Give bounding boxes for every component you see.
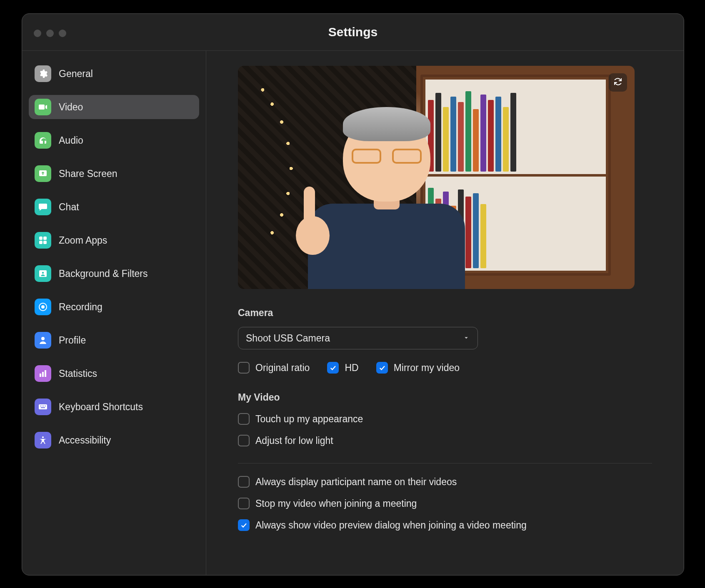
checkbox-box — [238, 435, 250, 446]
sidebar-item-audio[interactable]: Audio — [29, 128, 199, 152]
sidebar-item-label: Chat — [59, 202, 79, 213]
section-title-myvideo: My Video — [238, 392, 652, 403]
sidebar-item-accessibility[interactable]: Accessibility — [29, 428, 199, 452]
checkbox-box — [238, 476, 250, 488]
sidebar-item-profile[interactable]: Profile — [29, 328, 199, 352]
checkbox-box — [238, 362, 250, 374]
settings-content: Camera Shoot USB Camera Original ratioHD… — [206, 51, 684, 575]
svg-rect-15 — [42, 406, 42, 406]
checkbox-label: Mirror my video — [394, 362, 460, 374]
sidebar-item-label: Audio — [59, 135, 83, 146]
sidebar-item-background-filters[interactable]: Background & Filters — [29, 262, 199, 286]
checkbox-box — [238, 519, 250, 531]
window-minimize-button[interactable] — [46, 30, 54, 37]
camera-select[interactable]: Shoot USB Camera — [238, 327, 478, 349]
checkbox-box — [376, 362, 388, 374]
svg-rect-1 — [39, 237, 42, 240]
svg-rect-10 — [40, 374, 41, 377]
svg-rect-2 — [43, 237, 47, 240]
sidebar-item-label: Zoom Apps — [59, 235, 107, 246]
myvideo-low_light-checkbox[interactable]: Adjust for low light — [238, 435, 652, 446]
svg-rect-14 — [40, 406, 41, 406]
myvideo-touch_up-checkbox[interactable]: Touch up my appearance — [238, 413, 652, 425]
svg-point-8 — [41, 305, 45, 309]
profile-icon — [35, 332, 51, 349]
chat-icon — [35, 199, 51, 215]
meeting-display_names-checkbox[interactable]: Always display participant name on their… — [238, 476, 652, 488]
camera-original_ratio-checkbox[interactable]: Original ratio — [238, 362, 310, 374]
camera-mirror-checkbox[interactable]: Mirror my video — [376, 362, 460, 374]
headphones-icon — [35, 132, 51, 149]
svg-point-6 — [42, 272, 44, 274]
video-preview — [238, 66, 635, 289]
checkbox-label: Adjust for low light — [255, 435, 333, 446]
window-title: Settings — [328, 25, 378, 39]
checkbox-label: Stop my video when joining a meeting — [255, 498, 417, 509]
sidebar-item-label: Share Screen — [59, 168, 118, 179]
preview-subject — [278, 99, 496, 289]
camera-select-value: Shoot USB Camera — [246, 333, 330, 344]
sidebar-item-statistics[interactable]: Statistics — [29, 361, 199, 386]
checkbox-label: Always display participant name on their… — [255, 476, 457, 488]
accessibility-icon — [35, 432, 51, 448]
sidebar-item-label: Profile — [59, 335, 86, 346]
myvideo-options: Touch up my appearanceAdjust for low lig… — [238, 413, 652, 446]
gear-icon — [35, 65, 51, 82]
checkbox-box — [327, 362, 339, 374]
sidebar-item-label: Statistics — [59, 368, 97, 379]
sidebar-item-label: Accessibility — [59, 435, 111, 446]
sidebar-item-zoom-apps[interactable]: Zoom Apps — [29, 228, 199, 252]
svg-point-9 — [41, 337, 45, 340]
keyboard-icon — [35, 399, 51, 415]
settings-window: Settings GeneralVideoAudioShare ScreenCh… — [22, 13, 684, 576]
share-screen-icon — [35, 165, 51, 182]
sidebar-item-general[interactable]: General — [29, 62, 199, 86]
camera-options-row: Original ratioHDMirror my video — [238, 362, 652, 374]
rotate-camera-button[interactable] — [609, 73, 627, 92]
checkbox-box — [238, 413, 250, 425]
svg-rect-12 — [45, 370, 46, 377]
checkbox-label: Touch up my appearance — [255, 414, 363, 425]
window-traffic-lights — [34, 30, 66, 37]
record-icon — [35, 299, 51, 315]
svg-rect-18 — [41, 407, 45, 408]
sidebar-item-label: Video — [59, 102, 83, 113]
svg-rect-13 — [39, 404, 47, 409]
sidebar-item-keyboard-shortcuts[interactable]: Keyboard Shortcuts — [29, 395, 199, 419]
meeting-preview_dialog-checkbox[interactable]: Always show video preview dialog when jo… — [238, 519, 652, 531]
person-box-icon — [35, 265, 51, 282]
svg-point-19 — [42, 436, 44, 438]
meeting-options: Always display participant name on their… — [238, 476, 652, 531]
divider — [238, 463, 652, 463]
svg-rect-16 — [43, 406, 44, 406]
settings-sidebar: GeneralVideoAudioShare ScreenChatZoom Ap… — [22, 51, 206, 575]
svg-rect-17 — [45, 406, 46, 406]
checkbox-label: HD — [345, 362, 358, 374]
sidebar-item-label: General — [59, 68, 93, 80]
section-title-camera: Camera — [238, 307, 652, 319]
sidebar-item-chat[interactable]: Chat — [29, 195, 199, 219]
video-icon — [35, 99, 51, 115]
svg-rect-11 — [42, 372, 44, 377]
checkbox-label: Original ratio — [255, 362, 310, 374]
sidebar-item-video[interactable]: Video — [29, 95, 199, 119]
sidebar-item-label: Recording — [59, 301, 102, 313]
stats-icon — [35, 365, 51, 382]
sidebar-item-label: Keyboard Shortcuts — [59, 401, 143, 413]
meeting-stop_on_join-checkbox[interactable]: Stop my video when joining a meeting — [238, 498, 652, 509]
svg-rect-4 — [43, 241, 47, 244]
camera-hd-checkbox[interactable]: HD — [327, 362, 358, 374]
window-zoom-button[interactable] — [59, 30, 66, 37]
sidebar-item-recording[interactable]: Recording — [29, 295, 199, 319]
checkbox-label: Always show video preview dialog when jo… — [255, 520, 527, 531]
window-close-button[interactable] — [34, 30, 41, 37]
svg-rect-3 — [39, 241, 42, 244]
rotate-icon — [613, 77, 623, 88]
sidebar-item-share-screen[interactable]: Share Screen — [29, 162, 199, 186]
checkbox-box — [238, 498, 250, 509]
sidebar-item-label: Background & Filters — [59, 268, 148, 279]
apps-icon — [35, 232, 51, 249]
titlebar: Settings — [22, 14, 684, 51]
chevron-down-icon — [462, 333, 470, 344]
